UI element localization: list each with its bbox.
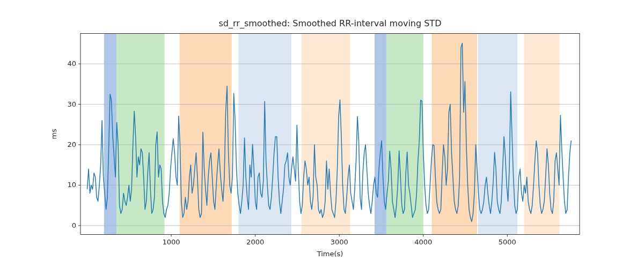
line-chart: 10002000300040005000010203040 sd_rr_smoo… — [0, 0, 644, 268]
y-tick-label: 20 — [67, 140, 76, 148]
y-tick-label: 10 — [67, 181, 76, 189]
chart-title: sd_rr_smoothed: Smoothed RR-interval mov… — [219, 18, 442, 29]
y-tick-label: 0 — [72, 221, 76, 229]
chart-container: 10002000300040005000010203040 sd_rr_smoo… — [0, 0, 644, 268]
x-tick-label: 3000 — [331, 238, 348, 246]
x-tick-label: 5000 — [499, 238, 516, 246]
y-axis-label: ms — [50, 129, 58, 139]
x-axis-label: Time(s) — [317, 250, 343, 258]
x-tick-label: 1000 — [163, 238, 180, 246]
y-tick-label: 40 — [67, 59, 76, 68]
y-tick-label: 30 — [67, 100, 76, 108]
x-tick-label: 2000 — [246, 238, 264, 246]
x-tick-label: 4000 — [414, 238, 432, 246]
